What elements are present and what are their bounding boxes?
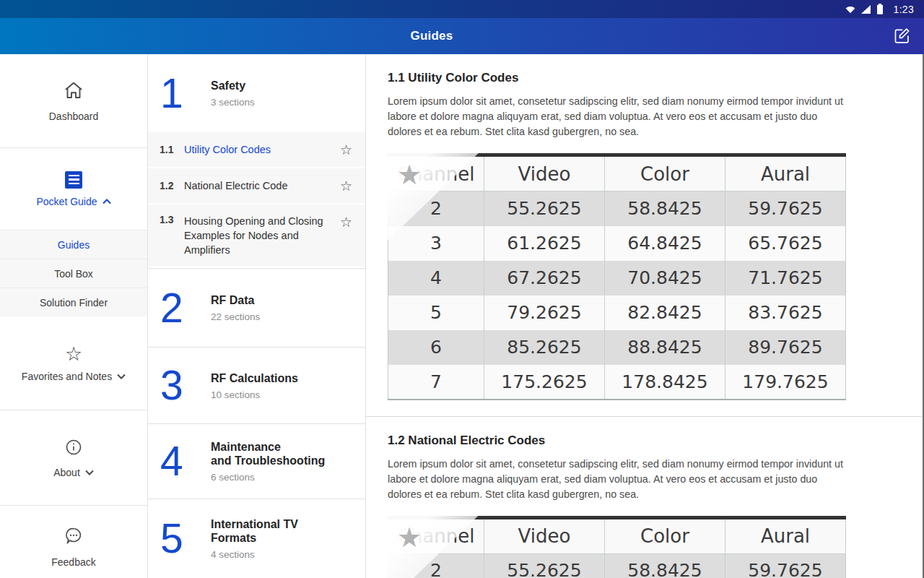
sidebar-item-favorites[interactable]: ☆ Favorites and Notes: [0, 316, 147, 410]
section-body: Lorem ipsum dolor sit amet, consetetur s…: [388, 457, 848, 502]
column-header: Aural: [725, 155, 846, 191]
column-header: Color: [605, 155, 725, 191]
toc-section-number: 1: [160, 73, 196, 114]
column-header: Color: [605, 517, 725, 553]
table-row: 2 55.2625 58.8425 59.7625: [388, 553, 846, 578]
column-header: Video: [484, 155, 605, 191]
table-cell: 7: [388, 365, 484, 400]
table-cell: 2: [388, 191, 484, 226]
sidebar-item-label: Dashboard: [49, 111, 99, 122]
star-icon: ☆: [65, 345, 82, 363]
table-row: 4 67.2625 70.8425 71.7625: [388, 261, 846, 296]
table-row: 7 175.2625 178.8425 179.7625: [388, 365, 846, 400]
table-header-row: Channel Video Color Aural: [388, 517, 846, 553]
chevron-down-icon: [117, 374, 126, 379]
toc-subsection-number: 1.2: [160, 180, 184, 191]
section-heading: 1.2 National Electric Codes: [388, 434, 924, 448]
sidebar-item-pocket-guide[interactable]: Pocket Guide: [0, 148, 147, 230]
sidebar-item-label: Solution Finder: [40, 297, 108, 309]
toc-subsection-1-1[interactable]: 1.1 Utility Color Codes ☆: [148, 132, 365, 168]
table-cell: 3: [388, 226, 484, 261]
table-cell: 64.8425: [605, 226, 725, 261]
status-time: 1:23: [894, 4, 914, 15]
column-header: Video: [484, 517, 605, 553]
status-bar: 1:23: [0, 0, 924, 18]
toc-section-title-line2: and Troubleshooting: [211, 454, 325, 467]
toc-section-number: 4: [160, 441, 196, 482]
sidebar-item-feedback[interactable]: Feedback: [0, 506, 147, 578]
table-cell: 59.7625: [725, 553, 846, 578]
table-row: 5 79.2625 82.8425 83.7625: [388, 296, 846, 330]
table-cell: 6: [388, 330, 484, 365]
toc-section-safety[interactable]: 1 Safety 3 sections: [148, 54, 365, 132]
main-area: Dashboard Pocket Guide Guides Tool Box S…: [0, 54, 924, 578]
sidebar-item-label: Feedback: [51, 556, 95, 568]
top-bars: 1:23 Guides: [0, 0, 924, 54]
toc-section-title-line2: Formats: [211, 531, 298, 545]
section-heading: 1.1 Utility Color Codes: [388, 71, 924, 85]
toc-subsection-label: National Electric Code: [184, 178, 340, 193]
toc-subsection-number: 1.3: [160, 214, 184, 225]
toc-section-count: 6 sections: [211, 472, 325, 483]
toc-section-title: RF Data: [211, 293, 260, 307]
column-header: Channel: [388, 517, 484, 553]
sidebar-item-tool-box[interactable]: Tool Box: [0, 259, 147, 288]
toc-section-count: 4 sections: [211, 549, 298, 560]
table-row: 3 61.2625 64.8425 65.7625: [388, 226, 846, 261]
table-cell: 65.7625: [725, 226, 846, 261]
frequency-table: Channel Video Color Aural 2 55.2625 58.8…: [388, 516, 846, 578]
table-cell: 58.8425: [605, 191, 725, 226]
table-cell: 58.8425: [605, 553, 725, 578]
battery-icon: [876, 4, 884, 14]
toc-section-title: Maintenance: [211, 440, 325, 454]
table-cell: 82.8425: [605, 296, 725, 330]
table-cell: 59.7625: [725, 191, 846, 226]
sidebar-item-label: Tool Box: [54, 268, 93, 280]
content-pane: 1.1 Utility Color Codes Lorem ipsum dolo…: [366, 54, 924, 578]
toc-section-maintenance[interactable]: 4 Maintenance and Troubleshooting 6 sect…: [148, 423, 365, 499]
sidebar-item-about[interactable]: About: [0, 410, 147, 506]
table-cell: 70.8425: [605, 261, 725, 296]
toc-subsection-1-3[interactable]: 1.3 Housing Opening and Closing Examples…: [148, 204, 365, 268]
toc-subsection-number: 1.1: [160, 144, 184, 155]
sidebar-item-label: About: [53, 467, 94, 478]
toc-section-rf-calculations[interactable]: 3 RF Calculations 10 sections: [148, 347, 365, 423]
toc-subsection-1-2[interactable]: 1.2 National Electric Code ☆: [148, 168, 365, 204]
table-cell: 67.2625: [484, 261, 605, 296]
table-row: 6 85.2625 88.8425 89.7625: [388, 330, 846, 365]
favorite-star-icon[interactable]: ☆: [340, 178, 352, 194]
favorite-star-icon[interactable]: ☆: [340, 142, 352, 158]
table-cell: 83.7625: [725, 296, 846, 330]
table-cell: 55.2625: [484, 553, 605, 578]
frequency-table-wrap: Channel Video Color Aural 2 55.2625 58.8…: [388, 153, 846, 400]
table-cell: 4: [388, 261, 484, 296]
column-header: Aural: [725, 517, 846, 553]
toc-section-rf-data[interactable]: 2 RF Data 22 sections: [148, 268, 365, 347]
section-divider: [366, 416, 923, 417]
table-cell: 175.2625: [484, 365, 605, 400]
table-cell: 61.2625: [484, 226, 605, 261]
table-cell: 5: [388, 296, 484, 330]
sidebar: Dashboard Pocket Guide Guides Tool Box S…: [0, 54, 148, 578]
sidebar-item-solution-finder[interactable]: Solution Finder: [0, 288, 147, 316]
sidebar-item-label: Pocket Guide: [36, 196, 110, 207]
toc-subsection-label: Utility Color Codes: [184, 142, 340, 157]
edit-button[interactable]: [892, 26, 912, 46]
toc-section-count: 22 sections: [211, 311, 260, 322]
toc-subsection-label: Housing Opening and Closing Examples for…: [184, 214, 340, 257]
table-cell: 88.8425: [605, 330, 725, 365]
favorite-star-icon[interactable]: ☆: [340, 214, 352, 230]
sidebar-item-guides[interactable]: Guides: [0, 230, 147, 259]
wifi-icon: [845, 5, 855, 14]
table-cell: 85.2625: [484, 330, 605, 365]
table-cell: 89.7625: [725, 330, 846, 365]
section-body: Lorem ipsum dolor sit amet, consetetur s…: [388, 94, 848, 139]
app-window: 1:23 Guides Dashboard: [0, 0, 924, 578]
home-icon: [63, 80, 84, 103]
toc-section-title: International TV: [211, 517, 298, 531]
toc-section-title: RF Calculations: [211, 371, 298, 385]
sidebar-item-dashboard[interactable]: Dashboard: [0, 54, 147, 148]
app-bar: Guides: [0, 18, 924, 54]
toc-section-international-tv[interactable]: 5 International TV Formats 4 sections: [148, 499, 365, 577]
table-cell: 2: [388, 553, 484, 578]
